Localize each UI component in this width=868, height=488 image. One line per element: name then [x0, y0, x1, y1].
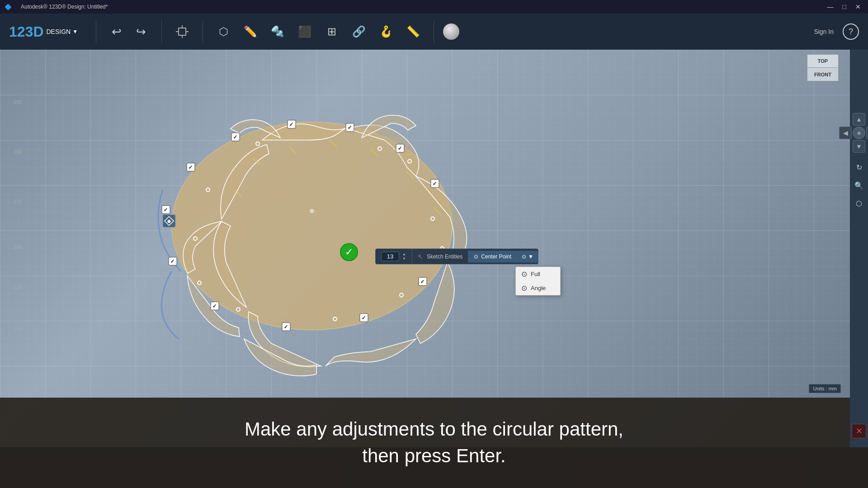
svg-text:✓: ✓ — [189, 164, 193, 170]
primitives-button[interactable]: ⬡ — [212, 20, 235, 43]
right-panel: ▲ ◀ ⊕ ▶ ▼ ↻ 🔍 ⬡ ✕ — [850, 50, 868, 447]
pan-up-button[interactable]: ▲ — [853, 113, 865, 126]
count-stepper[interactable]: ▲ ▼ — [402, 252, 406, 261]
center-point-button[interactable]: ⊙ Center Point — [468, 251, 517, 263]
group-button[interactable]: 🔗 — [348, 20, 370, 43]
undo-redo-group: ↩ ↪ — [105, 20, 152, 43]
close-button[interactable]: ✕ — [853, 3, 863, 10]
count-input[interactable]: 13 — [381, 252, 399, 261]
svg-text:✓: ✓ — [433, 181, 437, 186]
logo-design: DESIGN — [47, 28, 71, 35]
pattern-button[interactable]: ⊞ — [321, 20, 343, 43]
help-button[interactable]: ? — [843, 23, 859, 40]
units-display: Units : mm — [809, 384, 841, 393]
toolbar-separator-4 — [434, 20, 434, 43]
logo-123d: 123D — [9, 23, 44, 40]
snap-button[interactable]: 🪝 — [375, 20, 397, 43]
transform-icon — [175, 24, 189, 39]
count-up-button[interactable]: ▲ — [402, 252, 406, 257]
svg-text:200: 200 — [14, 149, 22, 155]
pattern-type-dropdown-button[interactable]: ⊙ ▼ — [517, 251, 538, 263]
dropdown-icon: ⊙ — [522, 253, 526, 260]
pan-left-button[interactable]: ◀ — [839, 127, 852, 139]
close-tool-button[interactable]: ✕ — [852, 424, 866, 438]
svg-text:✓: ✓ — [420, 279, 425, 284]
minimize-button[interactable]: — — [825, 3, 836, 10]
center-point-label: Center Point — [481, 253, 511, 260]
pan-right-button[interactable]: ▶ — [866, 127, 868, 139]
sketch-entities-field: ↖ Sketch Entities — [412, 250, 468, 263]
svg-text:✓: ✓ — [170, 258, 175, 264]
svg-text:100: 100 — [14, 325, 22, 331]
navigation-controls: ▲ ◀ ⊕ ▶ ▼ — [839, 113, 868, 153]
view-front-button[interactable]: FRONT — [807, 68, 839, 81]
titlebar: 🔷 Autodesk® 123D® Design: Untitled* — □ … — [0, 0, 868, 14]
svg-text:⬟: ⬟ — [167, 219, 171, 224]
svg-text:✓: ✓ — [212, 303, 217, 309]
count-field[interactable]: 13 ▲ ▼ — [376, 249, 412, 264]
svg-rect-0 — [179, 28, 186, 35]
maximize-button[interactable]: □ — [840, 3, 849, 10]
svg-text:✓: ✓ — [233, 134, 237, 140]
instruction-line1: Make any adjustments to the circular pat… — [245, 418, 623, 440]
svg-text:125: 125 — [14, 285, 22, 290]
undo-button[interactable]: ↩ — [105, 20, 128, 43]
titlebar-title: Autodesk® 123D® Design: Untitled* — [21, 4, 108, 10]
angle-option-label: Angle — [531, 285, 546, 291]
dropdown-arrow: ▼ — [528, 253, 533, 260]
angle-option[interactable]: ⊙ Angle — [516, 281, 560, 295]
confirm-button[interactable]: ✓ — [340, 243, 358, 261]
instruction-bar: Make any adjustments to the circular pat… — [0, 398, 868, 488]
pan-center-button[interactable]: ⊕ — [853, 127, 865, 139]
toolbar-separator-2 — [161, 20, 162, 43]
material-sphere[interactable] — [443, 23, 459, 40]
cursor-icon: ↖ — [418, 253, 423, 260]
measure-button[interactable]: 📏 — [402, 20, 425, 43]
center-point-icon: ⊙ — [474, 253, 478, 260]
app-logo-icon: 🔷 — [5, 4, 12, 10]
signin-button[interactable]: Sign In — [814, 28, 834, 35]
logo-area: 123D DESIGN ▼ — [9, 23, 78, 40]
redo-button[interactable]: ↪ — [130, 20, 152, 43]
svg-text:✓: ✓ — [284, 324, 288, 329]
pattern-type-dropdown: ⊙ Full ⊙ Angle — [515, 267, 561, 296]
instruction-text: Make any adjustments to the circular pat… — [245, 416, 623, 469]
svg-text:250: 250 — [14, 99, 22, 105]
orbit-button[interactable]: ↻ — [852, 160, 866, 174]
full-option-icon: ⊙ — [521, 270, 527, 278]
full-option-label: Full — [531, 271, 540, 277]
toolbar-separator-3 — [203, 20, 203, 43]
view-cube: TOP FRONT — [800, 54, 845, 117]
svg-text:✓: ✓ — [164, 207, 168, 212]
toolbar: 123D DESIGN ▼ ↩ ↪ ⬡ ✏️ 🔩 ⬛ ⊞ 🔗 🪝 📏 Sign … — [0, 14, 868, 50]
canvas-area[interactable]: 250 200 175 150 125 100 75 50 — [0, 50, 850, 447]
construct-button[interactable]: 🔩 — [266, 20, 289, 43]
logo-dropdown-icon[interactable]: ▼ — [72, 28, 78, 35]
svg-text:✓: ✓ — [289, 122, 293, 127]
toolbar-separator-1 — [96, 20, 96, 43]
units-label: Units : mm — [813, 386, 837, 391]
nav-middle-row: ◀ ⊕ ▶ — [839, 127, 868, 139]
instruction-line2: then press Enter. — [362, 445, 506, 466]
svg-text:150: 150 — [14, 244, 22, 249]
svg-text:75: 75 — [14, 361, 19, 367]
sketch-entities-label: Sketch Entities — [427, 253, 462, 260]
view-top-button[interactable]: TOP — [807, 54, 839, 68]
zoom-fit-button[interactable]: 🔍 — [852, 178, 866, 192]
sketch-toolbar: 13 ▲ ▼ ↖ Sketch Entities ⊙ Center Point … — [375, 249, 538, 264]
svg-text:175: 175 — [14, 199, 22, 204]
sketch-button[interactable]: ✏️ — [239, 20, 262, 43]
angle-option-icon: ⊙ — [521, 284, 527, 292]
svg-text:✓: ✓ — [348, 125, 352, 130]
transform-tool-button[interactable] — [171, 20, 193, 43]
full-option[interactable]: ⊙ Full — [516, 267, 560, 281]
svg-text:✓: ✓ — [398, 145, 402, 151]
modify-button[interactable]: ⬛ — [293, 20, 316, 43]
perspective-button[interactable]: ⬡ — [852, 196, 866, 211]
svg-text:✓: ✓ — [362, 315, 366, 320]
pan-down-button[interactable]: ▼ — [853, 140, 865, 153]
count-down-button[interactable]: ▼ — [402, 257, 406, 261]
